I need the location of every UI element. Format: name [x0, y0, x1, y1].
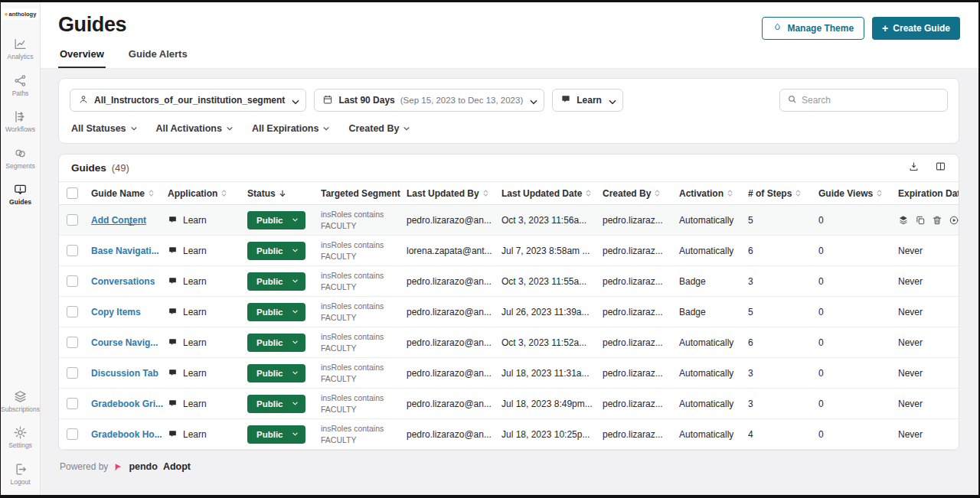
- column-header-last-updated-date[interactable]: Last Updated Date: [501, 188, 603, 199]
- manage-theme-button[interactable]: Manage Theme: [762, 17, 864, 40]
- sidebar-item-settings[interactable]: Settings: [1, 419, 40, 456]
- create-guide-button[interactable]: + Create Guide: [872, 17, 960, 40]
- column-header-last-updated-by[interactable]: Last Updated By: [407, 188, 501, 199]
- sidebar-item-subscriptions[interactable]: Subscriptions: [1, 383, 40, 420]
- app-icon: [168, 246, 178, 256]
- guide-name-link[interactable]: Discussion Tab: [91, 368, 158, 379]
- main-area: Guides Manage Theme + Create Guide Overv…: [41, 2, 978, 495]
- guide-views-cell: 0: [818, 429, 898, 440]
- status-dropdown-badge[interactable]: Public: [247, 334, 305, 352]
- filter-all-expirations[interactable]: All Expirations: [252, 123, 331, 134]
- guide-name-link[interactable]: Gradebook Ho...: [91, 429, 162, 440]
- row-checkbox[interactable]: [67, 275, 78, 287]
- table-row: Gradebook Ho...LearnPublicinsRoles conta…: [59, 419, 959, 450]
- table-row: Gradebook Gri...LearnPublicinsRoles cont…: [59, 389, 959, 419]
- application-name: Learn: [183, 276, 207, 287]
- column-header-status[interactable]: Status: [247, 188, 321, 199]
- steps-cell: 4: [748, 429, 818, 440]
- column-header-application[interactable]: Application: [168, 188, 247, 199]
- copy-icon[interactable]: [915, 215, 926, 226]
- status-dropdown-badge[interactable]: Public: [247, 364, 305, 382]
- row-checkbox[interactable]: [67, 306, 78, 317]
- download-icon[interactable]: [908, 161, 920, 175]
- status-dropdown-badge[interactable]: Public: [247, 425, 305, 444]
- status-dropdown-badge[interactable]: Public: [247, 303, 305, 321]
- row-checkbox-cell: [67, 398, 91, 409]
- guide-name-link[interactable]: Copy Items: [91, 307, 141, 317]
- status-dropdown-badge[interactable]: Public: [247, 395, 305, 413]
- guide-views-cell: 0: [818, 215, 898, 226]
- filter-all-statuses[interactable]: All Statuses: [71, 123, 138, 134]
- last-updated-by-cell: pedro.lizarazo@an...: [407, 368, 501, 379]
- sidebar-item-workflows[interactable]: Workflows: [1, 103, 40, 140]
- guide-views-cell: 0: [818, 246, 898, 256]
- column-header-activation[interactable]: Activation: [679, 188, 748, 199]
- table-row: Base Navigati...LearnPublicinsRoles cont…: [59, 236, 959, 266]
- play-icon[interactable]: [949, 215, 959, 226]
- chevron-down-icon: [292, 308, 299, 315]
- tab-overview[interactable]: Overview: [58, 44, 106, 68]
- row-checkbox[interactable]: [67, 337, 78, 348]
- created-by-cell: pedro.lizaraz...: [603, 399, 679, 409]
- search-input[interactable]: [802, 95, 940, 106]
- last-updated-by-cell: pedro.lizarazo@an...: [407, 307, 501, 317]
- row-checkbox[interactable]: [67, 214, 78, 226]
- select-all-checkbox[interactable]: [67, 187, 78, 199]
- status-label: Public: [256, 216, 283, 225]
- segments-icon: [13, 146, 28, 161]
- stack-icon[interactable]: [898, 215, 909, 226]
- segment-dropdown-label: All_Instructors_of_our_institution_segme…: [94, 95, 285, 106]
- segment-rule-line1: insRoles contains: [321, 239, 400, 251]
- status-dropdown-badge[interactable]: Public: [247, 272, 305, 291]
- steps-cell: 3: [748, 399, 818, 409]
- table-count: (49): [112, 162, 129, 174]
- segment-dropdown[interactable]: All_Instructors_of_our_institution_segme…: [70, 89, 306, 112]
- trash-icon[interactable]: [932, 215, 942, 226]
- segment-rule-line2: FACULTY: [321, 282, 400, 293]
- app-icon: [168, 307, 178, 317]
- row-checkbox[interactable]: [67, 428, 78, 440]
- application-cell: Learn: [168, 429, 247, 440]
- guide-name-link[interactable]: Course Navig...: [91, 337, 158, 348]
- filter-created-by[interactable]: Created By: [348, 123, 410, 134]
- date-range-dropdown[interactable]: Last 90 Days (Sep 15, 2023 to Dec 13, 20…: [314, 89, 544, 112]
- column-header-label: Last Updated By: [407, 188, 479, 199]
- created-by-cell: pedro.lizaraz...: [603, 337, 679, 348]
- last-updated-date-cell: Oct 3, 2023 11:55a...: [501, 276, 603, 287]
- sidebar-item-analytics[interactable]: Analytics: [1, 31, 40, 67]
- sidebar-item-guides[interactable]: Guides: [1, 176, 40, 213]
- row-checkbox[interactable]: [67, 367, 78, 379]
- guide-name-link[interactable]: Gradebook Gri...: [91, 399, 163, 409]
- guide-name-link[interactable]: Base Navigati...: [91, 246, 159, 256]
- row-checkbox[interactable]: [67, 245, 78, 256]
- row-checkbox[interactable]: [67, 398, 78, 409]
- last-updated-by-cell: lorena.zapata@ant...: [407, 246, 501, 256]
- column-header-label: Activation: [679, 188, 724, 199]
- sidebar-item-paths[interactable]: Paths: [1, 67, 40, 104]
- sidebar-item-segments[interactable]: Segments: [1, 140, 40, 177]
- columns-icon[interactable]: [935, 161, 946, 175]
- filter-all-activations[interactable]: All Activations: [156, 123, 234, 134]
- column-header-guide-views[interactable]: Guide Views: [818, 188, 898, 199]
- row-checkbox-cell: [67, 367, 91, 379]
- tab-guide-alerts[interactable]: Guide Alerts: [127, 44, 189, 68]
- person-icon: [78, 94, 89, 107]
- guide-name-cell: Course Navig...: [91, 337, 168, 348]
- sidebar-item-logout[interactable]: Logout: [1, 456, 40, 493]
- application-name: Learn: [183, 337, 207, 348]
- guide-name-link[interactable]: Add Content: [91, 215, 146, 226]
- created-by-cell: pedro.lizaraz...: [603, 368, 679, 379]
- column-header--of-steps[interactable]: # of Steps: [748, 188, 818, 199]
- application-dropdown[interactable]: Learn: [552, 89, 623, 112]
- segment-rule-line2: FACULTY: [321, 373, 400, 385]
- guide-name-link[interactable]: Conversations: [91, 276, 155, 287]
- droplet-icon: [773, 22, 782, 34]
- table-row: Discussion TabLearnPublicinsRoles contai…: [59, 358, 959, 389]
- column-header-guide-name[interactable]: Guide Name: [91, 188, 168, 199]
- column-header-created-by[interactable]: Created By: [603, 188, 679, 199]
- steps-cell: 5: [748, 215, 818, 226]
- status-dropdown-badge[interactable]: Public: [247, 211, 305, 229]
- sidebar-bottom-nav: SubscriptionsSettingsLogout: [1, 383, 40, 493]
- activation-cell: Badge: [679, 307, 748, 317]
- status-dropdown-badge[interactable]: Public: [247, 242, 305, 260]
